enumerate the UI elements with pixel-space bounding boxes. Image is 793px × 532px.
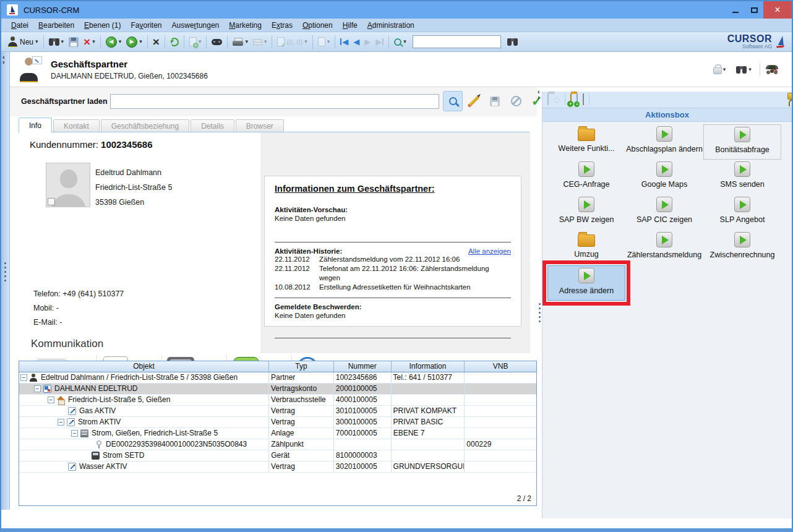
typ-cell: Anlage xyxy=(269,428,334,439)
save-record-button[interactable] xyxy=(485,91,505,111)
table-row[interactable]: Wasser AKTIVVertrag3020100005GRUNDVERSOR… xyxy=(19,461,536,473)
tab-geschäftsbeziehung[interactable]: Geschäftsbeziehung xyxy=(101,119,189,132)
nav-first-button[interactable]: ◀ xyxy=(338,36,350,47)
menu-item-datei[interactable]: Datei xyxy=(6,21,33,30)
delete-button[interactable]: ×▾ xyxy=(82,35,97,49)
toolbar-search-input[interactable] xyxy=(413,35,501,48)
action-ceg-anfrage[interactable]: CEG-Anfrage xyxy=(547,160,625,195)
action-sms-senden[interactable]: SMS senden xyxy=(703,160,781,195)
nav-next-button[interactable]: ▶ xyxy=(362,36,372,47)
pencil-icon xyxy=(468,96,479,107)
objekt-text: Strom AKTIV xyxy=(78,417,121,427)
tab-browser[interactable]: Browser xyxy=(236,119,284,132)
table-row[interactable]: Strom SETDGerät8100000003 xyxy=(19,450,536,461)
maximize-button[interactable] xyxy=(745,1,763,19)
column-header-nummer[interactable]: Nummer xyxy=(334,361,392,372)
tree-expander-icon[interactable]: − xyxy=(58,419,64,426)
table-row[interactable]: −Strom, Gießen, Friedrich-List-Straße 5A… xyxy=(19,428,536,439)
new-action-button[interactable] xyxy=(577,94,578,105)
info-panel-background: Informationen zum Geschäftspartner: Akti… xyxy=(260,132,530,353)
find-button[interactable]: ▾ xyxy=(47,36,66,47)
action-weitere-funkti[interactable]: Weitere Funkti... xyxy=(547,124,625,160)
tab-details[interactable]: Details xyxy=(191,119,234,132)
folder-search-button[interactable] xyxy=(547,94,549,105)
action-google-maps[interactable]: Google Maps xyxy=(625,160,703,195)
language-button[interactable] xyxy=(583,94,584,105)
edit-button[interactable] xyxy=(464,91,484,111)
column-header-vnb[interactable]: VNB xyxy=(465,361,536,372)
menu-item-marketing[interactable]: Marketing xyxy=(224,21,267,30)
action-bonitätsabfrage[interactable]: Bonitätsabfrage xyxy=(703,124,781,160)
menu-item-extras[interactable]: Extras xyxy=(267,21,298,30)
lock-button[interactable]: ▾ xyxy=(711,63,728,75)
back-button[interactable]: ◀▾ xyxy=(104,35,124,49)
tree-expander-icon[interactable]: − xyxy=(48,397,54,403)
action-slp-angebot[interactable]: SLP Angebot xyxy=(703,195,781,230)
export-button[interactable]: ▾ xyxy=(316,36,332,48)
home-button[interactable]: ⌂ xyxy=(554,94,560,105)
validation-button[interactable]: (0, 0)▾ xyxy=(275,36,309,48)
menu-item-hilfe[interactable]: Hilfe xyxy=(338,21,362,30)
table-row[interactable]: −Friedrich-List-Straße 5, GießenVerbrauc… xyxy=(19,395,536,406)
show-all-link[interactable]: Alle anzeigen xyxy=(468,247,511,255)
gamepad-button[interactable] xyxy=(210,38,224,46)
panel-collapse-arrows-icon[interactable]: ‹› xyxy=(538,89,540,100)
action-abschlagsplan-ändern[interactable]: Abschlagsplan ändern xyxy=(625,124,703,160)
add-document-button[interactable]: ▾ xyxy=(187,36,204,48)
table-row[interactable]: −Edeltrud Dahlmann / Friedrich-List-Stra… xyxy=(19,372,536,384)
menu-item-ebenen-1[interactable]: Ebenen (1) xyxy=(79,21,126,30)
nav-prev-button[interactable]: ◀ xyxy=(351,36,361,47)
close-button[interactable]: × xyxy=(763,1,792,19)
action-sap-cic-zeigen[interactable]: SAP CIC zeigen xyxy=(625,195,703,230)
pager: 2 / 2 xyxy=(517,494,531,503)
save-button[interactable] xyxy=(67,36,80,48)
tab-info[interactable]: Info xyxy=(19,118,52,132)
cancel-button[interactable]: × xyxy=(151,35,161,49)
column-header-information[interactable]: Information xyxy=(392,361,465,372)
entity-find-button[interactable]: ▾ xyxy=(734,64,753,75)
forward-button[interactable]: ▶▾ xyxy=(124,35,144,49)
menu-item-bearbeiten[interactable]: Bearbeiten xyxy=(33,21,79,30)
discard-button[interactable] xyxy=(506,91,526,111)
panel-splitter-grip[interactable] xyxy=(539,303,541,322)
column-header-objekt[interactable]: Objekt xyxy=(19,361,269,372)
tree-expander-icon[interactable]: − xyxy=(71,430,78,437)
tree-expander-icon[interactable]: − xyxy=(20,374,27,381)
nav-last-button[interactable]: ▶ xyxy=(374,36,385,47)
menu-item-auswertungen[interactable]: Auswertungen xyxy=(167,21,225,30)
left-collapse-strip[interactable]: ‹› xyxy=(1,52,10,510)
action-sap-bw-zeigen[interactable]: SAP BW zeigen xyxy=(547,195,625,230)
tree-expander-icon[interactable]: − xyxy=(34,385,41,392)
photo-change-icon[interactable] xyxy=(48,198,55,205)
load-search-button[interactable] xyxy=(443,91,463,111)
print-button[interactable]: ▾ xyxy=(231,36,250,47)
column-header-typ[interactable]: Typ xyxy=(269,361,334,372)
chevron-down-icon[interactable]: ▾ xyxy=(35,39,38,45)
splitter-grip[interactable] xyxy=(4,262,6,281)
tab-kontakt[interactable]: Kontakt xyxy=(53,119,100,132)
new-button[interactable]: Neu▾ xyxy=(6,35,40,48)
table-row[interactable]: −Strom AKTIVVertrag3000100005PRIVAT BASI… xyxy=(19,417,536,428)
menu-item-administration[interactable]: Administration xyxy=(362,21,419,30)
phone-line: Telefon: +49 (641) 510377 xyxy=(33,287,124,301)
typ-cell: Vertrag xyxy=(269,461,334,472)
action-zwischenrechnung[interactable]: Zwischenrechnung xyxy=(703,230,781,265)
quick-search-button[interactable]: ▾ xyxy=(392,37,408,47)
table-row[interactable]: DE000229353984000100023N5035O0843Zählpun… xyxy=(19,439,536,450)
minimize-button[interactable] xyxy=(726,1,745,19)
search-go-button[interactable] xyxy=(505,36,520,47)
send-mail-button[interactable]: ▾ xyxy=(251,38,269,46)
chart-overlay-icon xyxy=(32,56,42,64)
action-umzug[interactable]: Umzug xyxy=(547,230,625,265)
refresh-button[interactable] xyxy=(168,36,181,48)
action-zählerstandsmeldung[interactable]: Zählerstandsmeldung xyxy=(625,230,703,265)
collapse-arrows-icon[interactable]: ‹› xyxy=(2,54,5,64)
menu-item-optionen[interactable]: Optionen xyxy=(298,21,338,30)
new-folder-button[interactable] xyxy=(570,94,572,105)
table-row[interactable]: −DAHLMANN EDELTRUDVertragskonto200010000… xyxy=(19,384,536,395)
play-icon xyxy=(734,232,750,247)
partner-load-input[interactable] xyxy=(110,94,439,109)
menu-item-favoriten[interactable]: Favoriten xyxy=(126,21,166,30)
table-row[interactable]: Gas AKTIVVertrag3010100005PRIVAT KOMPAKT xyxy=(19,406,536,417)
action-adresse-ändern[interactable]: Adresse ändern xyxy=(547,265,625,301)
